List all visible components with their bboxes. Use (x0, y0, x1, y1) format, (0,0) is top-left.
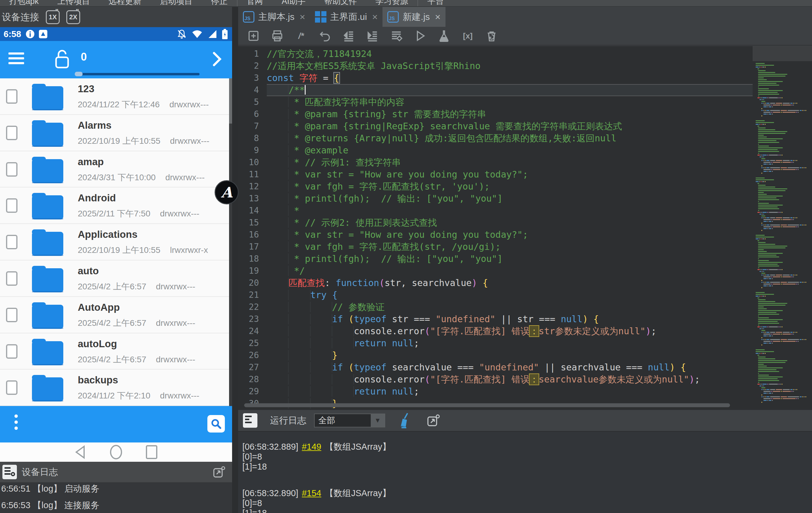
comment-icon[interactable]: /* (294, 29, 308, 43)
code-line[interactable]: * 匹配查找字符串中的内容 (267, 96, 753, 108)
code-line[interactable]: * (267, 205, 753, 217)
row-checkbox[interactable] (6, 308, 18, 322)
code-line[interactable]: * var fgh = 字符.匹配查找(str, /you/gi); (267, 241, 753, 253)
file-row[interactable]: Android2025/2/11 下午7:50drwxrwx--- (0, 188, 232, 224)
log-line-link[interactable]: #149 (302, 442, 321, 452)
code-line[interactable]: if (typeof str === "undefined" || str ==… (267, 313, 753, 325)
file-row[interactable]: autoLog2025/4/2 上午6:57drwxrwx--- (0, 333, 232, 370)
code-line[interactable]: // 参数验证 (267, 301, 753, 313)
code-line[interactable]: //适用本文档ES5系统安卓 JavaScript引擎Rhino (267, 60, 753, 72)
code-line[interactable]: * @example (267, 144, 753, 156)
code-line[interactable]: } (267, 349, 753, 361)
editor-horizontal-scrollbar[interactable] (244, 403, 730, 407)
run-icon[interactable] (413, 29, 427, 43)
code-editor[interactable]: 1234567891011121314151617181920212223242… (238, 46, 753, 410)
code-line[interactable]: 匹配查找: function(str, searchvalue) { (267, 277, 753, 289)
file-row[interactable]: Alarms2022/10/19 上午10:55drwxrwx--- (0, 115, 232, 151)
menu-item-1-0[interactable]: 官网 (237, 0, 272, 7)
hamburger-menu-icon[interactable] (8, 52, 24, 67)
row-checkbox[interactable] (6, 126, 18, 140)
nav-home-button[interactable] (109, 444, 123, 460)
row-checkbox[interactable] (6, 198, 18, 213)
code-line[interactable]: //官方交流，711841924 (267, 48, 753, 60)
code-line[interactable]: * var fgh = 字符.匹配查找(str, 'you'); (267, 180, 753, 193)
tab-主界面.ui[interactable]: 主界面.ui× (310, 7, 382, 27)
code-line[interactable]: * var str = "How are you doing you today… (267, 169, 753, 180)
code-line[interactable]: /** (267, 84, 753, 96)
code-line[interactable]: * @param {string} str 需要查找的字符串 (267, 108, 753, 120)
variables-icon[interactable]: [x] (461, 29, 475, 43)
row-checkbox[interactable] (6, 162, 18, 177)
menu-item-1-1[interactable]: AI助手 (272, 0, 315, 7)
menu-item-1-3[interactable]: 学习资源 (366, 0, 417, 7)
dropdown-arrow-icon[interactable]: ▼ (371, 414, 385, 427)
row-checkbox[interactable] (6, 89, 18, 104)
tab-主脚本.js[interactable]: JS主脚本.js× (238, 7, 310, 27)
file-row[interactable]: backups2024/11/2 下午2:10drwxrwx--- (0, 370, 232, 406)
file-row[interactable]: 1232024/11/22 下午12:46drwxrwx--- (0, 78, 232, 115)
menu-item-0-4[interactable]: 停止 (202, 0, 237, 7)
menu-item-0-1[interactable]: 上传项目 (48, 0, 99, 7)
code-line[interactable]: * // 示例1: 查找字符串 (267, 156, 753, 169)
minimap-viewport[interactable] (753, 46, 812, 61)
row-checkbox[interactable] (6, 380, 18, 395)
log-filter-select[interactable]: 全部 ▼ (314, 414, 385, 427)
nav-recents-button[interactable] (145, 445, 158, 460)
editor-minimap[interactable] (753, 46, 812, 410)
zoom-1x-button[interactable]: 1X” (46, 10, 60, 24)
clear-trash-icon[interactable] (485, 29, 498, 43)
code-line[interactable]: try { (267, 289, 753, 301)
code-line[interactable]: console.error("[字符.匹配查找] 错误：searchvalue参… (267, 373, 753, 386)
log-line-link[interactable]: #154 (302, 488, 321, 498)
code-line[interactable]: * // 示例2: 使用正则表达式查找 (267, 217, 753, 229)
code-line[interactable]: const 字符 = { (267, 72, 753, 84)
code-line[interactable]: if (typeof searchvalue === "undefined" |… (267, 361, 753, 373)
tab-close-icon[interactable]: × (372, 11, 378, 23)
indent-icon[interactable] (366, 29, 379, 43)
floating-assistant-badge[interactable]: A (214, 180, 239, 204)
lock-icon[interactable] (54, 50, 70, 69)
tab-close-icon[interactable]: × (435, 11, 441, 23)
code-line[interactable]: * var str = "How are you doing you today… (267, 229, 753, 241)
file-row[interactable]: Applications2022/10/19 上午10:55lrwxrwxr-x (0, 224, 232, 260)
file-row[interactable]: amap2024/3/31 下午10:00drwxrwx--- (0, 151, 232, 188)
more-options-icon[interactable] (14, 415, 18, 432)
zoom-2x-button[interactable]: 2X” (66, 10, 80, 24)
menu-item-2-0[interactable]: 平台 (418, 0, 453, 7)
list-scrollbar[interactable] (229, 78, 232, 433)
code-area[interactable]: //官方交流，711841924//适用本文档ES5系统安卓 JavaScrip… (267, 46, 753, 410)
nav-back-button[interactable] (74, 445, 87, 459)
file-row[interactable]: auto2025/4/2 上午6:57drwxrwx--- (0, 260, 232, 297)
clear-log-broom-icon[interactable] (398, 412, 412, 428)
chevron-right-icon[interactable] (211, 51, 222, 67)
file-row[interactable]: AutoApp2025/4/2 上午6:57drwxrwx--- (0, 297, 232, 333)
menu-item-1-2[interactable]: 帮助文件 (315, 0, 366, 7)
menu-item-0-3[interactable]: 启动项目 (151, 0, 202, 7)
outdent-icon[interactable] (342, 29, 356, 43)
code-line[interactable]: * @param {string|RegExp} searchvalue 需要查… (267, 120, 753, 132)
row-checkbox[interactable] (6, 344, 18, 359)
print-icon[interactable] (270, 29, 284, 43)
code-line[interactable]: console.error("[字符.匹配查找] 错误：str参数未定义或为nu… (267, 325, 753, 337)
popout-icon[interactable] (426, 414, 440, 427)
search-button[interactable] (207, 415, 225, 432)
slider-handle[interactable] (75, 72, 83, 76)
row-checkbox[interactable] (6, 235, 18, 249)
tab-close-icon[interactable]: × (299, 11, 305, 23)
code-line[interactable]: return null; (267, 337, 753, 349)
new-file-icon[interactable] (246, 29, 260, 43)
popout-icon[interactable] (212, 465, 226, 479)
progress-slider[interactable] (75, 73, 200, 75)
code-line[interactable]: * printl(fgh); // 输出: ["you", "you"] (267, 253, 753, 265)
tab-新建.js[interactable]: JS新建.js× (382, 7, 445, 27)
code-line[interactable]: * @returns {Array|null} 成功:返回包含匹配结果的数组,失… (267, 132, 753, 144)
code-line[interactable]: * printl(fgh); // 输出: ["you", "you"] (267, 193, 753, 205)
test-flask-icon[interactable] (437, 29, 451, 43)
format-icon[interactable] (389, 29, 403, 43)
row-checkbox[interactable] (6, 271, 18, 286)
menu-item-0-0[interactable]: 打包apk (0, 0, 48, 7)
code-line[interactable]: return null; (267, 386, 753, 398)
undo-icon[interactable] (318, 29, 332, 43)
code-line[interactable]: */ (267, 265, 753, 277)
menu-item-0-2[interactable]: 远程更新 (99, 0, 151, 7)
